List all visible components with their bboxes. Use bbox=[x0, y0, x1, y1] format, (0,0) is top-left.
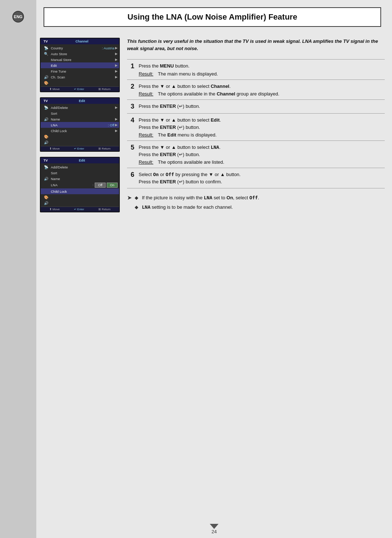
row-arrow: ▶ bbox=[115, 52, 118, 56]
step-6: 6 Select On or Off by pressing the ▼ or … bbox=[127, 168, 385, 188]
notes-list: ◆ If the picture is noisy with the LNA s… bbox=[135, 194, 259, 213]
step-content-5: Press the ▼ or ▲ button to select LNA.Pr… bbox=[139, 144, 385, 165]
item-label: Child Lock bbox=[50, 189, 118, 193]
tv-row: 🔍 Auto Store ▶ bbox=[41, 51, 119, 57]
menu-icon: 🎨 bbox=[42, 195, 50, 199]
tv-row: 🔊 Ch. Scan ▶ bbox=[41, 74, 119, 80]
tv-row-spacer: 🎨 bbox=[41, 134, 119, 139]
item-label: Name bbox=[50, 117, 115, 121]
item-label: Fine Tune bbox=[50, 69, 115, 73]
result-text-2: The options available in the Channel gro… bbox=[158, 91, 279, 97]
menu-icon: 🎨 bbox=[42, 81, 50, 85]
tv-header-1: TV Channel bbox=[41, 38, 119, 44]
row-arrow: ▶ bbox=[115, 123, 118, 127]
note-arrow-icon: ➤ bbox=[127, 194, 132, 201]
item-value: : Off bbox=[108, 123, 114, 127]
tv-row: 🔊 Name ▶ bbox=[41, 116, 119, 122]
footer-move: ⬆ Move bbox=[49, 147, 60, 150]
title-bar: Using the LNA (Low Noise Amplifier) Feat… bbox=[44, 7, 381, 27]
tv-row-spacer2: 🔊 bbox=[41, 200, 119, 206]
tv-footer-3: ⬆ Move ↵ Enter ⊞ Return bbox=[41, 207, 119, 212]
item-label: Manual Store bbox=[50, 58, 115, 62]
bullet-icon-2: ◆ bbox=[135, 204, 139, 211]
result-text-5: The options available are listed. bbox=[158, 159, 224, 165]
item-label: Add/Delete bbox=[50, 106, 115, 110]
tv-label-1: TV bbox=[44, 40, 48, 43]
tv-row: Manual Store ▶ bbox=[41, 57, 119, 62]
tv-row: 📡 Add/Delete bbox=[41, 164, 119, 170]
lna-option-off: Off bbox=[95, 183, 106, 188]
menu-icon: 🔊 bbox=[42, 177, 50, 181]
tv-body-1: 📡 Country : Austria ▶ 🔍 Auto Store ▶ Man… bbox=[41, 44, 119, 86]
step-content-2: Press the ▼ or ▲ button to select Channe… bbox=[139, 83, 385, 97]
step-number-1: 1 bbox=[127, 62, 134, 70]
menu-icon: 🔍 bbox=[42, 52, 50, 56]
step-number-2: 2 bbox=[127, 83, 134, 90]
step-result-1: Result: The main menu is displayed. bbox=[139, 71, 385, 77]
tv-row-spacer2: 🔊 bbox=[41, 139, 119, 145]
two-column-layout: TV Channel 📡 Country : Austria ▶ 🔍 Auto … bbox=[36, 34, 392, 520]
menu-icon: 🔊 bbox=[42, 201, 50, 205]
tv-row: 🔊 Name bbox=[41, 176, 119, 182]
steps-container: 1 Press the MENU button. Result: The mai… bbox=[127, 59, 385, 188]
row-arrow: ▶ bbox=[115, 46, 118, 50]
result-label-5: Result: bbox=[139, 159, 155, 165]
page-title: Using the LNA (Low Noise Amplifier) Feat… bbox=[52, 12, 373, 22]
row-arrow: ▶ bbox=[115, 64, 118, 67]
step-content-1: Press the MENU button. Result: The main … bbox=[139, 62, 385, 77]
footer-return: ⊞ Return bbox=[98, 208, 110, 211]
screenshots-column: TV Channel 📡 Country : Austria ▶ 🔍 Auto … bbox=[40, 34, 120, 520]
item-label: Name bbox=[50, 177, 118, 181]
step-content-3: Press the ENTER (↵) button. bbox=[139, 103, 385, 110]
step-3: 3 Press the ENTER (↵) button. bbox=[127, 100, 385, 114]
result-text-4: The Edit menu is displayed. bbox=[158, 132, 217, 138]
item-label: Add/Delete bbox=[50, 165, 118, 169]
step-number-4: 4 bbox=[127, 117, 134, 124]
item-value: : Austria bbox=[102, 46, 114, 50]
menu-icon: 🔊 bbox=[42, 140, 50, 144]
tv-row: Child Lock ▶ bbox=[41, 128, 119, 134]
row-arrow: ▶ bbox=[115, 75, 118, 79]
instructions-column: This function is very useful in the situ… bbox=[127, 34, 385, 520]
step-main-1: Press the MENU button. bbox=[139, 62, 385, 70]
tv-row-spacer: 🎨 bbox=[41, 80, 119, 86]
notes-section: ➤ ◆ If the picture is noisy with the LNA… bbox=[127, 194, 385, 213]
page-number: 24 bbox=[212, 529, 217, 534]
menu-label-2: Edit bbox=[79, 99, 85, 103]
menu-icon: 🎨 bbox=[42, 135, 50, 139]
note-2: ◆ LNA setting is to be made for each cha… bbox=[135, 204, 259, 211]
step-result-2: Result: The options available in the Cha… bbox=[139, 91, 385, 97]
menu-icon: 📡 bbox=[42, 165, 50, 169]
menu-icon: 📡 bbox=[42, 46, 50, 50]
tv-header-3: TV Edit bbox=[41, 158, 119, 163]
menu-label-1: Channel bbox=[75, 40, 89, 43]
step-main-3: Press the ENTER (↵) button. bbox=[139, 103, 385, 110]
footer-return: ⊞ Return bbox=[98, 87, 110, 91]
step-1: 1 Press the MENU button. Result: The mai… bbox=[127, 60, 385, 80]
tv-label-2: TV bbox=[44, 99, 48, 103]
step-result-4: Result: The Edit menu is displayed. bbox=[139, 132, 385, 138]
item-label: Sort bbox=[50, 111, 118, 115]
main-content: Using the LNA (Low Noise Amplifier) Feat… bbox=[36, 0, 392, 538]
step-2: 2 Press the ▼ or ▲ button to select Chan… bbox=[127, 80, 385, 100]
language-badge: ENG bbox=[12, 11, 24, 23]
step-number-6: 6 bbox=[127, 171, 134, 179]
tv-row: 📡 Add/Delete ▶ bbox=[41, 105, 119, 110]
bullet-icon-1: ◆ bbox=[135, 194, 139, 201]
lna-option-on: On bbox=[107, 183, 118, 188]
tv-row-highlighted: LNA : Off ▶ bbox=[41, 122, 119, 128]
note-text-2: LNA setting is to be made for each chann… bbox=[142, 204, 233, 211]
item-label: Ch. Scan bbox=[50, 75, 115, 79]
tv-row: Sort bbox=[41, 170, 119, 176]
tv-header-2: TV Edit bbox=[41, 98, 119, 104]
step-main-6: Select On or Off by pressing the ▼ or ▲ … bbox=[139, 171, 385, 185]
step-content-6: Select On or Off by pressing the ▼ or ▲ … bbox=[139, 171, 385, 185]
row-arrow: ▶ bbox=[115, 129, 118, 133]
step-number-5: 5 bbox=[127, 144, 134, 151]
footer-enter: ↵ Enter bbox=[74, 87, 84, 91]
tv-body-2: 📡 Add/Delete ▶ Sort 🔊 Name ▶ bbox=[41, 104, 119, 146]
result-label-1: Result: bbox=[139, 71, 155, 77]
tv-screen-1: TV Channel 📡 Country : Austria ▶ 🔍 Auto … bbox=[40, 38, 120, 92]
step-number-3: 3 bbox=[127, 103, 134, 110]
tv-screen-3: TV Edit 📡 Add/Delete Sort 🔊 Nam bbox=[40, 157, 120, 212]
